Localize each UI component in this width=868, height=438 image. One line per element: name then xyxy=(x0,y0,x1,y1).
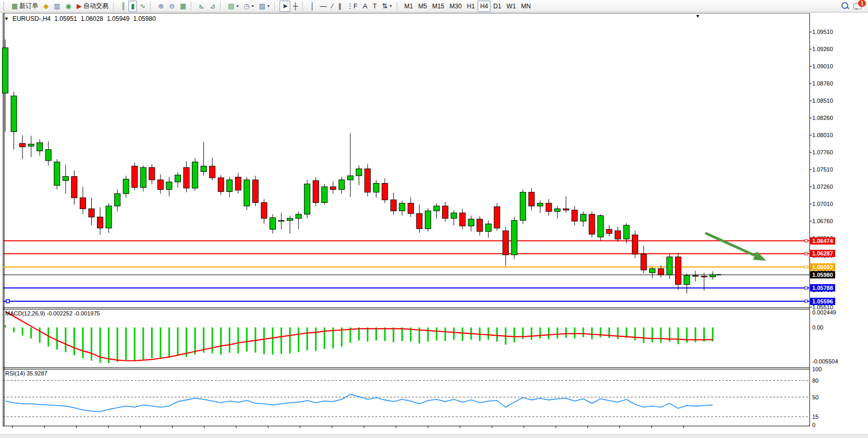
candle-body[interactable] xyxy=(425,211,431,228)
candle-body[interactable] xyxy=(684,275,690,284)
candle-body[interactable] xyxy=(434,206,439,211)
candle-body[interactable] xyxy=(278,221,284,222)
new-order-button[interactable]: ▦新订单 xyxy=(9,1,41,12)
candle-body[interactable] xyxy=(20,143,26,147)
candle-body[interactable] xyxy=(322,187,327,202)
candle-body[interactable] xyxy=(28,144,34,146)
candle-body[interactable] xyxy=(650,269,655,273)
candle-body[interactable] xyxy=(399,203,405,211)
candle-body[interactable] xyxy=(210,166,215,178)
chart-canvas[interactable] xyxy=(0,13,868,434)
candle-body[interactable] xyxy=(244,180,250,206)
candle-body[interactable] xyxy=(80,198,85,209)
candle-body[interactable] xyxy=(132,166,138,188)
candle-body[interactable] xyxy=(477,219,483,232)
fibonacci-icon[interactable]: ⋮F xyxy=(344,1,360,12)
pivot-line-right-handle[interactable] xyxy=(805,266,808,269)
candle-body[interactable] xyxy=(460,213,466,226)
candle-body[interactable] xyxy=(184,167,189,188)
candle-body[interactable] xyxy=(485,224,491,232)
candle-body[interactable] xyxy=(287,218,293,221)
candle-body[interactable] xyxy=(339,180,345,189)
candle-body[interactable] xyxy=(373,184,379,192)
tile-windows-icon[interactable]: ▦ xyxy=(177,1,189,12)
candle-body[interactable] xyxy=(632,235,638,254)
candle-body[interactable] xyxy=(140,167,146,187)
candle-body[interactable] xyxy=(563,209,569,210)
candle-body[interactable] xyxy=(710,275,716,277)
chat-icon[interactable]: 1 xyxy=(853,2,863,10)
candle-body[interactable] xyxy=(658,269,664,275)
candle-body[interactable] xyxy=(537,203,543,206)
candle-body[interactable] xyxy=(149,167,155,180)
new-chart-icon-caret[interactable]: ▾ xyxy=(236,4,238,8)
candle-body[interactable] xyxy=(261,202,267,218)
candle-body[interactable] xyxy=(89,209,94,217)
bar-chart-icon[interactable]: ║ xyxy=(118,1,128,12)
trendline-icon[interactable]: ∕ xyxy=(329,1,335,12)
vertical-line-icon[interactable]: │ xyxy=(308,1,317,12)
candle-body[interactable] xyxy=(270,217,276,229)
candle-body[interactable] xyxy=(115,193,120,206)
candle-body[interactable] xyxy=(580,214,586,221)
candle-body[interactable] xyxy=(675,257,681,285)
candle-body[interactable] xyxy=(667,257,673,275)
timeframe-m5[interactable]: M5 xyxy=(415,1,430,12)
candle-body[interactable] xyxy=(546,203,552,212)
resistance-line-2-right-handle[interactable] xyxy=(805,252,808,255)
candle-body[interactable] xyxy=(45,150,51,161)
candle-body[interactable] xyxy=(227,180,233,191)
trend-arrow-head[interactable] xyxy=(753,251,766,261)
collapse-triangle-icon[interactable]: ▼ xyxy=(4,16,9,21)
candle-body[interactable] xyxy=(252,180,258,203)
candle-body[interactable] xyxy=(175,175,181,182)
candle-body[interactable] xyxy=(192,162,198,188)
candle-body[interactable] xyxy=(365,169,371,192)
indicators-icon[interactable]: ▨▾ xyxy=(256,1,272,12)
line-chart-icon[interactable]: ∿ xyxy=(137,1,148,12)
candle-body[interactable] xyxy=(330,187,336,189)
candle-body[interactable] xyxy=(382,184,388,200)
candle-body[interactable] xyxy=(417,214,422,229)
signal-icon[interactable]: ◉ xyxy=(63,1,74,12)
candle-body[interactable] xyxy=(54,162,60,186)
zoom-out-icon[interactable]: ⊖ xyxy=(166,1,177,12)
timeframe-m1[interactable]: M1 xyxy=(402,1,416,12)
candle-body[interactable] xyxy=(63,176,68,180)
candle-body[interactable] xyxy=(520,192,526,221)
toolbar-grip[interactable] xyxy=(3,2,7,10)
chart-window[interactable]: ▼ EURUSD-,H4 1.05951 1.06028 1.05949 1.0… xyxy=(0,13,868,434)
candle-body[interactable] xyxy=(348,176,353,180)
trend-arrow-line[interactable] xyxy=(705,233,755,256)
chart-corner-marker-icon[interactable]: ▼ xyxy=(695,14,700,19)
candle-body[interactable] xyxy=(97,217,103,228)
candle-body[interactable] xyxy=(201,166,206,172)
timeframe-w1[interactable]: W1 xyxy=(504,1,519,12)
search-icon[interactable] xyxy=(841,2,849,10)
candle-body[interactable] xyxy=(572,210,578,221)
candle-body[interactable] xyxy=(451,213,457,218)
autotrading-button[interactable]: ▶自动交易 xyxy=(74,1,111,12)
arrows-icon-caret[interactable]: ▾ xyxy=(390,4,392,8)
candle-body[interactable] xyxy=(555,209,560,211)
text-label-icon[interactable]: T xyxy=(370,1,380,12)
candle-body[interactable] xyxy=(11,96,17,132)
candle-body[interactable] xyxy=(218,178,224,191)
channel-icon[interactable]: ∥ xyxy=(336,1,345,12)
candle-body[interactable] xyxy=(166,182,172,190)
timeframe-mn[interactable]: MN xyxy=(519,1,534,12)
candle-body[interactable] xyxy=(235,177,241,190)
candle-body[interactable] xyxy=(313,180,319,202)
candle-body[interactable] xyxy=(296,214,301,218)
timeframe-d1[interactable]: D1 xyxy=(491,1,504,12)
horizontal-line-icon[interactable]: — xyxy=(317,1,329,12)
candle-body[interactable] xyxy=(597,216,603,237)
text-icon[interactable]: A xyxy=(360,1,370,12)
candle-body[interactable] xyxy=(3,48,8,93)
candle-body[interactable] xyxy=(304,184,310,214)
candle-body[interactable] xyxy=(71,176,77,198)
timeframe-h4[interactable]: H4 xyxy=(478,1,491,12)
candle-body[interactable] xyxy=(589,214,595,234)
candle-body[interactable] xyxy=(701,276,707,277)
candle-body[interactable] xyxy=(615,231,621,239)
